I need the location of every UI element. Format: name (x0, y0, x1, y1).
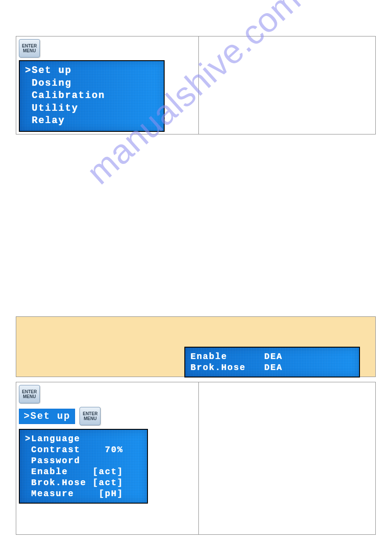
enter-menu-button[interactable]: ENTER MENU (19, 39, 40, 58)
enter-menu-line1: ENTER (22, 44, 37, 48)
enter-menu-line2: MENU (23, 48, 36, 53)
menu-item-calibration[interactable]: Calibration (25, 90, 158, 102)
yellow-banner: Enable DEA Brok.Hose DEA (16, 316, 376, 377)
menu-item-setup[interactable]: >Set up (25, 65, 158, 77)
top-panel-left: ENTER MENU >Set up Dosing Calibration Ut… (16, 36, 198, 134)
bottom-panel-left: ENTER MENU >Set up ENTER MENU >Language … (16, 382, 198, 534)
setup-item-measure[interactable]: Measure [pH] (25, 488, 142, 499)
enter-menu-line2: MENU (84, 416, 97, 421)
main-menu-lcd: >Set up Dosing Calibration Utility Relay (19, 60, 165, 132)
top-panel-right (198, 36, 376, 134)
setup-row: >Set up ENTER MENU (19, 407, 196, 425)
setup-item-enable[interactable]: Enable [act] (25, 466, 142, 477)
setup-item-password[interactable]: Password (25, 455, 142, 466)
banner-lcd-brokhose: Brok.Hose DEA (191, 362, 354, 373)
enter-menu-line2: MENU (23, 394, 36, 399)
menu-item-dosing[interactable]: Dosing (25, 77, 158, 90)
enter-menu-button[interactable]: ENTER MENU (79, 407, 101, 425)
setup-item-contrast[interactable]: Contrast 70% (25, 444, 142, 455)
menu-item-relay[interactable]: Relay (25, 115, 158, 127)
enter-menu-line1: ENTER (83, 411, 97, 416)
top-panel: ENTER MENU >Set up Dosing Calibration Ut… (16, 36, 376, 134)
setup-inline-lcd[interactable]: >Set up (19, 409, 75, 424)
bottom-panel: ENTER MENU >Set up ENTER MENU >Language … (16, 382, 376, 535)
banner-lcd: Enable DEA Brok.Hose DEA (184, 347, 360, 377)
bottom-panel-right (198, 382, 376, 534)
enter-menu-line1: ENTER (22, 389, 37, 394)
menu-item-utility[interactable]: Utility (25, 102, 158, 115)
setup-menu-lcd: >Language Contrast 70% Password Enable [… (19, 429, 148, 504)
enter-menu-button[interactable]: ENTER MENU (19, 385, 40, 403)
setup-item-brokhose[interactable]: Brok.Hose [act] (25, 477, 142, 488)
setup-item-language[interactable]: >Language (25, 433, 142, 444)
banner-lcd-enable: Enable DEA (191, 351, 354, 362)
